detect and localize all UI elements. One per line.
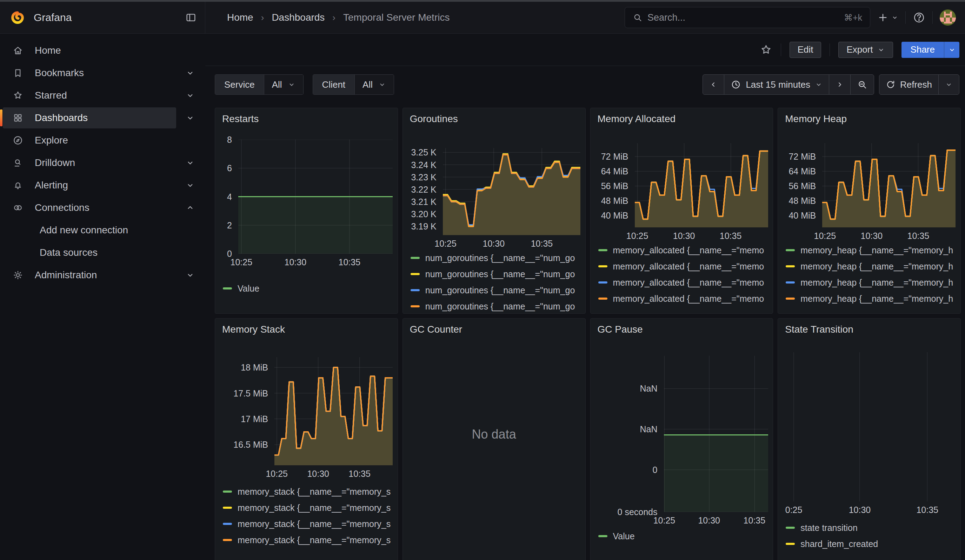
sidebar-item-connections[interactable]: Connections (3, 197, 176, 218)
panel-title[interactable]: Memory Heap (785, 112, 955, 126)
legend-item[interactable]: memory_stack {__name__="memory_s (223, 483, 393, 500)
share-button[interactable]: Share (901, 42, 959, 58)
panel-title[interactable]: GC Counter (410, 323, 581, 336)
legend-item[interactable]: memory_allocated {__name__="memo (598, 274, 768, 291)
panel-gc-counter: GC CounterNo data (402, 318, 586, 560)
chevron-down-icon (186, 69, 195, 78)
sidebar-item-alerting[interactable]: Alerting (3, 175, 176, 196)
zoom-out-button[interactable] (850, 75, 874, 95)
sidebar-item-starred[interactable]: Starred (3, 85, 176, 106)
x-axis-label: 0:25 (785, 505, 803, 515)
search-input[interactable]: Search... ⌘+k (625, 7, 870, 28)
refresh-button[interactable]: Refresh (879, 75, 938, 95)
legend-item[interactable]: memory_stack {__name__="memory_s (223, 532, 393, 548)
chart-canvas[interactable] (275, 357, 393, 465)
panel-title[interactable]: GC Pause (598, 323, 768, 336)
legend-item[interactable]: memory_heap {__name__="memory_h (786, 274, 955, 291)
filter-value-dropdown[interactable]: All (355, 75, 394, 95)
panel-state-transition: State Transition0:2510:3010:35state tran… (778, 318, 961, 560)
chart-canvas[interactable] (822, 143, 955, 227)
chart-area[interactable]: NaNNaN00 seconds10:2510:3010:35 (664, 356, 768, 512)
y-axis-label: 40 MiB (783, 210, 816, 221)
chart-canvas[interactable] (238, 140, 393, 254)
legend-item[interactable]: shard_item_created (786, 536, 955, 552)
sidebar-item-expand-toggle[interactable] (186, 203, 195, 212)
legend-item[interactable]: Value (598, 528, 768, 544)
chart-canvas[interactable] (784, 352, 955, 501)
time-range-label: Last 15 minutes (746, 79, 810, 90)
sidebar-item-home[interactable]: Home (3, 40, 176, 61)
chart-canvas[interactable] (443, 148, 581, 235)
panel-title[interactable]: Restarts (222, 112, 393, 126)
chart-area[interactable]: 8642010:2510:3010:35 (238, 140, 393, 254)
favorite-star-button[interactable] (760, 44, 772, 56)
chart-area[interactable]: 72 MiB64 MiB56 MiB48 MiB40 MiB10:2510:30… (635, 143, 768, 227)
x-axis-label: 10:35 (348, 469, 371, 479)
chart-canvas[interactable] (635, 143, 768, 227)
chevron-down-icon (948, 46, 956, 54)
time-range-picker[interactable]: Last 15 minutes (724, 75, 829, 95)
sidebar-item-expand-toggle[interactable] (186, 91, 195, 100)
export-button[interactable]: Export (838, 42, 893, 58)
help-button[interactable] (913, 11, 925, 24)
panel-title[interactable]: State Transition (785, 323, 955, 336)
legend-item[interactable]: memory_allocated {__name__="memo (598, 258, 768, 274)
legend-item[interactable]: memory_stack {__name__="memory_s (223, 500, 393, 516)
legend-item[interactable]: memory_allocated {__name__="memo (598, 242, 768, 258)
chart-area[interactable]: 0:2510:3010:35 (784, 352, 955, 501)
legend-item[interactable]: state transition (786, 520, 955, 536)
legend-item[interactable]: num_goroutines {__name__="num_go (411, 250, 581, 266)
legend-item[interactable]: memory_heap {__name__="memory_h (786, 242, 955, 258)
y-axis-label: 3.23 K (408, 172, 437, 183)
legend-item[interactable]: num_goroutines {__name__="num_go (411, 298, 581, 314)
sidebar-subitem-add-new-connection[interactable]: Add new connection (3, 220, 176, 241)
chart-area[interactable]: 3.25 K3.24 K3.23 K3.22 K3.21 K3.20 K3.19… (443, 148, 581, 235)
sidebar-item-expand-toggle[interactable] (186, 113, 195, 122)
search-shortcut: ⌘+k (844, 13, 862, 23)
sidebar-item-expand-toggle[interactable] (186, 69, 195, 78)
legend-item[interactable]: num_goroutines {__name__="num_go (411, 266, 581, 282)
brand-title: Grafana (34, 11, 72, 23)
legend-item[interactable]: Value (223, 280, 393, 297)
main-content: Edit Export Share ServiceAllClientAll (205, 34, 965, 560)
breadcrumb-home[interactable]: Home (227, 12, 254, 23)
sidebar-item-expand-toggle[interactable] (186, 271, 195, 280)
legend-item[interactable]: memory_stack {__name__="memory_s (223, 516, 393, 532)
panel-title[interactable]: Goroutines (410, 112, 581, 126)
user-avatar[interactable] (940, 10, 956, 26)
sidebar-item-expand-toggle[interactable] (186, 158, 195, 167)
divider (829, 44, 830, 56)
panel-legend: memory_heap {__name__="memory_hmemory_he… (783, 242, 955, 307)
sidebar-item-drilldown[interactable]: Drilldown (3, 152, 176, 173)
legend-item[interactable]: memory_heap {__name__="memory_h (786, 258, 955, 274)
time-shift-forward-button[interactable] (829, 75, 850, 95)
add-new-button[interactable] (877, 12, 898, 23)
legend-series-label: memory_heap {__name__="memory_h (800, 245, 953, 255)
sidebar-toggle-button[interactable] (185, 12, 196, 23)
legend-item[interactable]: num_goroutines {__name__="num_go (411, 282, 581, 298)
chevron-down-icon (891, 14, 898, 21)
sidebar-row: Drilldown (0, 152, 205, 174)
breadcrumb-dashboards[interactable]: Dashboards (272, 12, 325, 23)
refresh-interval-button[interactable] (938, 75, 959, 95)
panel-title[interactable]: Memory Allocated (598, 112, 768, 126)
y-axis-label: 2 (220, 220, 232, 230)
sidebar-item-expand-toggle[interactable] (186, 181, 195, 190)
sidebar-item-bookmarks[interactable]: Bookmarks (3, 62, 176, 83)
panel-title[interactable]: Memory Stack (222, 323, 393, 336)
y-axis-label: 3.24 K (408, 160, 437, 170)
filter-value-dropdown[interactable]: All (264, 75, 303, 95)
time-shift-back-button[interactable] (703, 75, 724, 95)
legend-item[interactable]: memory_heap {__name__="memory_h (786, 291, 955, 307)
share-menu-button[interactable] (944, 42, 959, 58)
chart-area[interactable]: 72 MiB64 MiB56 MiB48 MiB40 MiB10:2510:30… (822, 143, 955, 227)
chart-area[interactable]: 18 MiB17.5 MiB17 MiB16.5 MiB10:2510:3010… (275, 357, 393, 465)
legend-item[interactable]: memory_allocated {__name__="memo (598, 291, 768, 307)
sidebar-item-administration[interactable]: Administration (3, 264, 176, 286)
sidebar-subitem-data-sources[interactable]: Data sources (3, 242, 176, 263)
sidebar-item-explore[interactable]: Explore (3, 130, 176, 151)
chart-canvas[interactable] (664, 356, 768, 512)
grafana-logo (10, 10, 25, 25)
edit-button[interactable]: Edit (790, 42, 821, 58)
sidebar-item-dashboards[interactable]: Dashboards (3, 107, 176, 129)
